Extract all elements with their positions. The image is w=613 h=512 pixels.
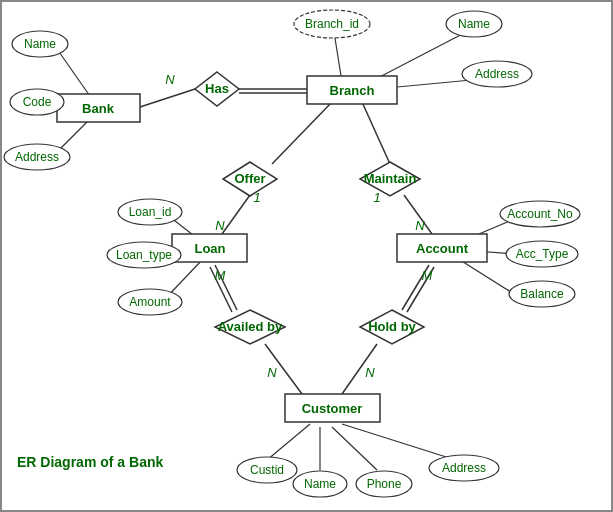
svg-text:Phone: Phone bbox=[367, 477, 402, 491]
svg-text:Offer: Offer bbox=[234, 171, 265, 186]
svg-line-7 bbox=[370, 30, 470, 82]
svg-text:Code: Code bbox=[23, 95, 52, 109]
svg-text:Loan_type: Loan_type bbox=[116, 248, 172, 262]
svg-text:Branch_id: Branch_id bbox=[305, 17, 359, 31]
svg-text:Name: Name bbox=[304, 477, 336, 491]
svg-text:Account_No: Account_No bbox=[507, 207, 573, 221]
svg-text:Address: Address bbox=[442, 461, 486, 475]
svg-text:Name: Name bbox=[458, 17, 490, 31]
svg-line-6 bbox=[334, 32, 342, 82]
svg-text:Name: Name bbox=[24, 37, 56, 51]
svg-text:N: N bbox=[215, 218, 225, 233]
svg-text:Availed by: Availed by bbox=[218, 319, 283, 334]
er-diagram-canvas: Bank Branch Loan Account Customer Has Of… bbox=[0, 0, 613, 512]
svg-text:Balance: Balance bbox=[520, 287, 564, 301]
svg-text:Maintain: Maintain bbox=[364, 171, 417, 186]
svg-line-18 bbox=[460, 260, 514, 294]
er-svg: Bank Branch Loan Account Customer Has Of… bbox=[2, 2, 613, 512]
svg-text:Amount: Amount bbox=[129, 295, 171, 309]
svg-line-0 bbox=[140, 89, 195, 107]
svg-text:Has: Has bbox=[205, 81, 229, 96]
diagram-title: ER Diagram of a Bank bbox=[17, 454, 163, 470]
svg-text:1: 1 bbox=[373, 190, 380, 205]
svg-line-11 bbox=[222, 195, 250, 234]
svg-text:M: M bbox=[422, 268, 433, 283]
svg-text:N: N bbox=[365, 365, 375, 380]
svg-text:Hold by: Hold by bbox=[368, 319, 416, 334]
svg-text:Loan_id: Loan_id bbox=[129, 205, 172, 219]
svg-text:Branch: Branch bbox=[330, 83, 375, 98]
svg-text:N: N bbox=[165, 72, 175, 87]
svg-text:Loan: Loan bbox=[194, 241, 225, 256]
svg-line-3 bbox=[57, 49, 92, 99]
svg-text:Acc_Type: Acc_Type bbox=[516, 247, 569, 261]
svg-line-10 bbox=[362, 102, 390, 164]
svg-text:Address: Address bbox=[15, 150, 59, 164]
svg-text:Custid: Custid bbox=[250, 463, 284, 477]
svg-text:M: M bbox=[215, 268, 226, 283]
svg-line-9 bbox=[272, 102, 332, 164]
svg-text:1: 1 bbox=[253, 190, 260, 205]
svg-text:N: N bbox=[267, 365, 277, 380]
svg-text:N: N bbox=[415, 218, 425, 233]
svg-text:Account: Account bbox=[416, 241, 469, 256]
svg-line-28 bbox=[342, 424, 462, 462]
svg-text:Bank: Bank bbox=[82, 101, 115, 116]
svg-line-25 bbox=[267, 424, 310, 460]
svg-text:Address: Address bbox=[475, 67, 519, 81]
svg-text:Customer: Customer bbox=[302, 401, 363, 416]
